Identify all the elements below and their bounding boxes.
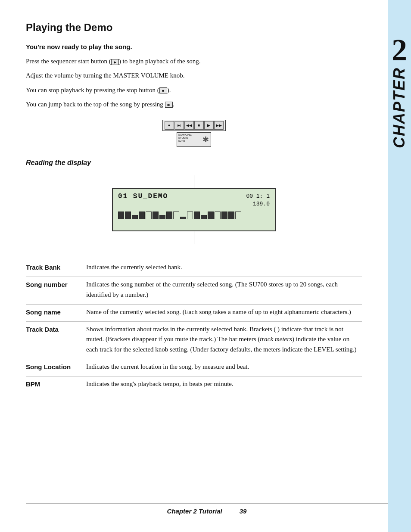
paragraph-1: Press the sequencer start button (▶) to … <box>26 56 362 66</box>
display-top-row: 01 SU_DEMO 00 1: 1 139.0 <box>118 193 270 208</box>
intro-bold: You're now ready to play the song. <box>26 43 362 50</box>
transport-bottom-panel: SAMPLINGSTUDIOSU700 ✱ <box>177 132 211 147</box>
meter-6 <box>159 215 165 219</box>
definition-term: Song number <box>26 277 86 305</box>
panel-label: SAMPLINGSTUDIOSU700 <box>178 134 192 143</box>
display-screen: 01 SU_DEMO 00 1: 1 139.0 <box>112 188 276 231</box>
page-title: Playing the Demo <box>26 22 362 34</box>
definition-table: Track BankIndicates the currently select… <box>26 260 362 393</box>
play-button-icon: ▶ <box>111 59 119 65</box>
meter-7 <box>166 212 172 219</box>
transport-buttons: ● ⏮ ◀◀ ■ ▶ ▶▶ <box>162 120 226 131</box>
display-position-line2: 139.0 <box>246 200 270 208</box>
meter-2 <box>125 212 131 219</box>
display-position-line1: 00 1: 1 <box>246 193 270 200</box>
reading-display-title: Reading the display <box>26 159 362 167</box>
display-position: 00 1: 1 139.0 <box>246 193 270 208</box>
rewind-button-icon: ⏮ <box>165 102 173 108</box>
meter-13 <box>228 212 234 219</box>
ffwd-btn: ▶▶ <box>214 121 224 130</box>
meter-bracket-2 <box>173 212 179 219</box>
definition-term: Track Data <box>26 322 86 359</box>
display-song-info: 01 SU_DEMO <box>118 193 168 200</box>
chapter-vertical: 2 CHAPTER <box>390 34 408 148</box>
meter-8 <box>180 217 186 219</box>
rewind-btn: ◀◀ <box>184 121 194 130</box>
definition-term: Song name <box>26 304 86 321</box>
display-meters <box>118 212 270 219</box>
meter-12 <box>221 212 227 219</box>
footer-page-number: 39 <box>240 507 247 515</box>
meter-9 <box>194 212 200 219</box>
tostart-btn: ⏮ <box>174 121 184 130</box>
transport-image: ● ⏮ ◀◀ ■ ▶ ▶▶ SAMPLINGSTUDIOSU700 ✱ <box>26 120 362 147</box>
definition-description: Indicates the song's playback tempo, in … <box>86 376 362 394</box>
definition-description: Shows information about tracks in the cu… <box>86 322 362 359</box>
definition-term: Song Location <box>26 359 86 376</box>
top-indicator-line <box>194 175 194 188</box>
main-content: Playing the Demo You're now ready to pla… <box>0 0 388 532</box>
paragraph-2: Adjust the volume by turning the MASTER … <box>26 71 362 81</box>
stop-btn: ■ <box>194 121 204 130</box>
meter-1 <box>118 212 124 219</box>
table-row: Song LocationIndicates the current locat… <box>26 359 362 376</box>
stop-button-icon: ■ <box>159 87 167 93</box>
meter-bracket-5 <box>235 212 241 219</box>
meter-11 <box>208 212 214 219</box>
paragraph-4: You can jump back to the top of the song… <box>26 100 362 109</box>
gear-icon: ✱ <box>202 135 209 144</box>
definition-term: Track Bank <box>26 260 86 277</box>
meter-3 <box>132 215 138 219</box>
table-row: Track BankIndicates the currently select… <box>26 260 362 277</box>
definition-term: BPM <box>26 376 86 394</box>
chapter-number: 2 <box>392 34 407 65</box>
sidebar-tab: 2 CHAPTER <box>388 0 411 532</box>
table-row: Song nameName of the currently selected … <box>26 304 362 321</box>
meter-5 <box>153 212 159 219</box>
meter-bracket-3 <box>187 212 193 219</box>
play-btn: ▶ <box>204 121 214 130</box>
bottom-indicator-line <box>194 231 194 244</box>
meter-10 <box>201 215 207 219</box>
footer-bar: Chapter 2 Tutorial 39 <box>26 504 388 515</box>
definition-description: Name of the currently selected song. (Ea… <box>86 304 362 321</box>
table-row: BPMIndicates the song's playback tempo, … <box>26 376 362 394</box>
definition-description: Indicates the current location in the so… <box>86 359 362 376</box>
definition-description: Indicates the song number of the current… <box>86 277 362 305</box>
meter-4 <box>139 212 145 219</box>
display-diagram: 01 SU_DEMO 00 1: 1 139.0 <box>103 175 284 244</box>
paragraph-3: You can stop playback by pressing the st… <box>26 85 362 95</box>
footer-chapter-text: Chapter 2 Tutorial <box>167 507 222 515</box>
chapter-label: CHAPTER <box>390 67 408 148</box>
meter-bracket-4 <box>215 212 221 219</box>
table-row: Song numberIndicates the song number of … <box>26 277 362 305</box>
meter-bracket-1 <box>146 212 152 219</box>
definition-description: Indicates the currently selected bank. <box>86 260 362 277</box>
rec-btn: ● <box>165 121 174 130</box>
table-row: Track DataShows information about tracks… <box>26 322 362 359</box>
